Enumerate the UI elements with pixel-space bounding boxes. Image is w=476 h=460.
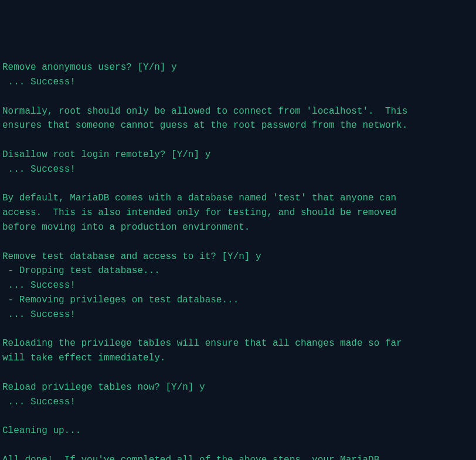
terminal-output: Remove anonymous users? [Y/n] y ... Succ… xyxy=(2,60,474,460)
